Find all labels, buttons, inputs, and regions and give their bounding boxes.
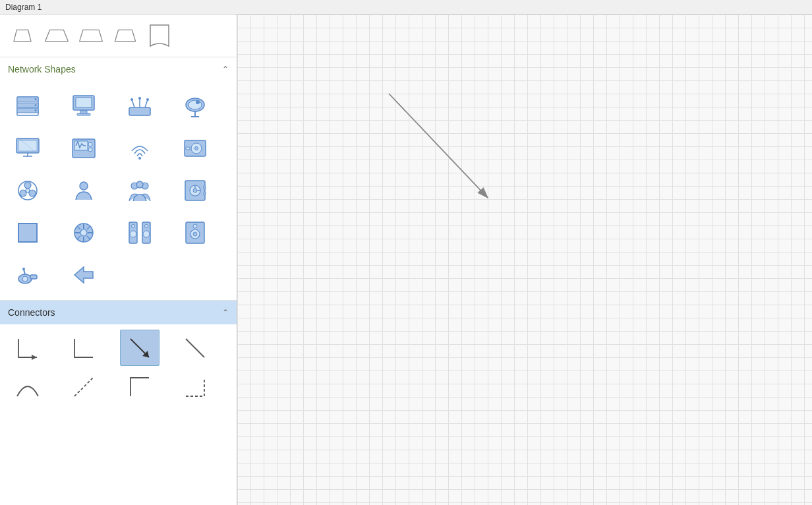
svg-line-83 bbox=[186, 339, 204, 357]
svg-point-45 bbox=[26, 189, 30, 193]
net-shape-monitor[interactable] bbox=[8, 129, 47, 168]
svg-point-21 bbox=[146, 98, 149, 101]
connector-dashed[interactable] bbox=[64, 369, 103, 405]
svg-point-68 bbox=[143, 231, 150, 237]
net-shape-safe[interactable] bbox=[175, 171, 215, 210]
shape-top-2[interactable] bbox=[41, 20, 72, 51]
connectors-grid bbox=[0, 324, 237, 410]
net-shape-camera[interactable] bbox=[8, 255, 47, 295]
svg-point-36 bbox=[138, 157, 141, 160]
svg-point-26 bbox=[196, 100, 200, 104]
svg-marker-80 bbox=[32, 355, 37, 360]
svg-marker-0 bbox=[14, 30, 31, 41]
svg-point-35 bbox=[88, 148, 92, 152]
svg-rect-12 bbox=[76, 98, 92, 107]
svg-point-65 bbox=[130, 231, 136, 237]
svg-rect-57 bbox=[18, 223, 37, 242]
net-shape-desktop[interactable] bbox=[64, 86, 103, 126]
net-shape-cd-drive[interactable] bbox=[175, 129, 215, 168]
canvas-grid[interactable] bbox=[237, 15, 812, 505]
net-shape-speakers[interactable] bbox=[120, 213, 160, 252]
svg-point-69 bbox=[144, 225, 148, 228]
net-shape-group-people[interactable] bbox=[120, 171, 160, 210]
network-shapes-title: Network Shapes bbox=[8, 64, 76, 74]
svg-point-72 bbox=[193, 232, 197, 236]
svg-rect-15 bbox=[129, 107, 150, 115]
main-container: Network Shapes ⌃ bbox=[0, 15, 812, 505]
connectors-chevron: ⌃ bbox=[222, 308, 229, 317]
connector-diagonal-no-arrow[interactable] bbox=[175, 330, 215, 366]
svg-line-77 bbox=[24, 270, 25, 274]
svg-marker-79 bbox=[74, 267, 93, 283]
shape-top-1[interactable] bbox=[7, 20, 38, 51]
canvas-area[interactable] bbox=[237, 15, 812, 505]
svg-point-20 bbox=[138, 97, 141, 100]
net-shape-oscilloscope[interactable] bbox=[64, 129, 103, 168]
network-shapes-grid bbox=[0, 81, 237, 301]
canvas-arrow bbox=[382, 87, 514, 219]
net-shape-speaker-box[interactable] bbox=[175, 213, 215, 252]
net-shape-satellite[interactable] bbox=[175, 86, 215, 126]
connector-elbow-no-arrow[interactable] bbox=[64, 330, 103, 366]
net-shape-settings-circle[interactable] bbox=[64, 213, 103, 252]
shape-top-3[interactable] bbox=[75, 20, 107, 51]
svg-point-9 bbox=[35, 104, 37, 106]
svg-marker-1 bbox=[45, 30, 69, 41]
svg-point-52 bbox=[193, 189, 197, 193]
svg-rect-14 bbox=[77, 113, 90, 115]
svg-point-23 bbox=[188, 100, 202, 109]
net-shape-arrow-left[interactable] bbox=[64, 255, 103, 295]
svg-point-59 bbox=[80, 229, 87, 236]
connector-elbow-arrow[interactable] bbox=[8, 330, 47, 366]
shape-document[interactable] bbox=[144, 20, 175, 51]
connector-right-angle[interactable] bbox=[120, 369, 160, 405]
net-shape-wireless[interactable] bbox=[120, 129, 160, 168]
svg-point-19 bbox=[130, 98, 133, 101]
svg-point-78 bbox=[22, 268, 25, 270]
svg-point-73 bbox=[193, 224, 197, 228]
svg-point-49 bbox=[136, 181, 143, 188]
canvas-scroll[interactable] bbox=[237, 15, 812, 505]
svg-rect-55 bbox=[204, 186, 206, 189]
diagram-title: Diagram 1 bbox=[5, 3, 42, 12]
svg-point-46 bbox=[80, 182, 88, 190]
svg-point-8 bbox=[35, 98, 37, 100]
left-panel: Network Shapes ⌃ bbox=[0, 15, 237, 505]
svg-line-86 bbox=[389, 94, 488, 198]
svg-point-34 bbox=[88, 142, 92, 146]
svg-point-75 bbox=[22, 276, 28, 282]
svg-rect-76 bbox=[30, 275, 37, 279]
shape-top-4[interactable] bbox=[109, 20, 141, 51]
network-shapes-header[interactable]: Network Shapes ⌃ bbox=[0, 57, 237, 81]
top-shapes-row bbox=[0, 15, 237, 57]
net-shape-biohazard[interactable] bbox=[8, 171, 47, 210]
connector-diagonal-arrow[interactable] bbox=[120, 330, 160, 366]
svg-line-84 bbox=[74, 378, 93, 396]
net-shape-server[interactable] bbox=[8, 86, 47, 126]
svg-point-42 bbox=[24, 182, 31, 189]
svg-marker-3 bbox=[115, 30, 135, 41]
connectors-title: Connectors bbox=[8, 307, 55, 318]
svg-point-39 bbox=[195, 147, 198, 150]
net-shape-person[interactable] bbox=[64, 171, 103, 210]
net-shape-router[interactable] bbox=[120, 86, 160, 126]
svg-rect-13 bbox=[80, 111, 87, 113]
svg-marker-2 bbox=[80, 30, 103, 41]
connector-dashed-right-angle[interactable] bbox=[175, 369, 215, 405]
connectors-header[interactable]: Connectors ⌃ bbox=[0, 301, 237, 324]
title-bar: Diagram 1 bbox=[0, 0, 812, 15]
net-shape-square[interactable] bbox=[8, 213, 47, 252]
network-shapes-chevron: ⌃ bbox=[222, 65, 229, 74]
connector-curve[interactable] bbox=[8, 369, 47, 405]
svg-rect-56 bbox=[204, 192, 206, 195]
svg-rect-40 bbox=[186, 147, 190, 150]
svg-point-10 bbox=[35, 109, 37, 111]
svg-point-66 bbox=[131, 225, 134, 228]
